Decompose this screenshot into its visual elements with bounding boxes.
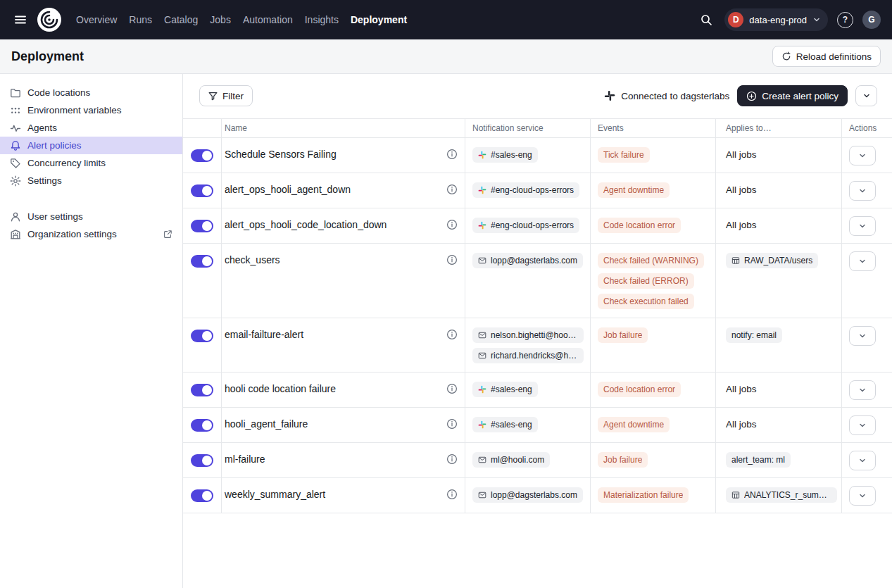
info-icon[interactable] xyxy=(446,149,458,160)
reload-icon xyxy=(781,51,791,61)
info-icon[interactable] xyxy=(446,254,458,265)
notification-label: lopp@dagsterlabs.com xyxy=(491,256,577,265)
row-actions-button[interactable] xyxy=(849,146,876,165)
event-chip: Tick failure xyxy=(598,147,650,163)
search-button[interactable] xyxy=(697,11,715,29)
notification-label: #sales-eng xyxy=(491,150,532,160)
policy-enabled-toggle[interactable] xyxy=(191,220,213,232)
row-actions-button[interactable] xyxy=(849,486,876,506)
search-icon xyxy=(700,13,712,26)
row-actions-button[interactable] xyxy=(849,326,876,346)
policy-enabled-toggle[interactable] xyxy=(191,489,213,502)
event-label: Check failed (WARNING) xyxy=(603,256,698,265)
reload-definitions-button[interactable]: Reload definitions xyxy=(772,46,881,67)
event-label: Code location error xyxy=(603,220,675,230)
applies-to-chip: RAW_DATA/users xyxy=(726,253,818,268)
nav-right-cluster: D data-eng-prod ? G xyxy=(697,8,881,31)
row-actions-button[interactable] xyxy=(849,415,876,435)
policy-enabled-toggle[interactable] xyxy=(191,149,213,162)
row-actions-button[interactable] xyxy=(849,216,876,236)
deployment-badge: D xyxy=(728,12,743,27)
email-icon xyxy=(478,331,486,339)
policy-enabled-toggle[interactable] xyxy=(191,454,213,467)
policy-enabled-toggle[interactable] xyxy=(191,184,213,197)
info-icon[interactable] xyxy=(446,489,458,500)
policy-enabled-toggle[interactable] xyxy=(191,419,213,432)
sidebar-item-settings[interactable]: Settings xyxy=(0,172,182,189)
event-chip: Code location error xyxy=(598,382,681,397)
sidebar-item-code-locations[interactable]: Code locations xyxy=(0,84,182,101)
policy-enabled-toggle[interactable] xyxy=(191,330,213,342)
toolbar: Filter Connected to dagsterlabs Create a… xyxy=(183,74,892,106)
deployment-sidebar: Code locationsEnvironment variablesAgent… xyxy=(0,74,183,588)
sidebar-item-user-settings[interactable]: User settings xyxy=(0,208,182,225)
event-chip: Check execution failed xyxy=(598,294,694,309)
table-row: alert_ops_hooli_code_location_down#eng-c… xyxy=(183,208,892,244)
nav-item-runs[interactable]: Runs xyxy=(129,14,152,25)
info-icon[interactable] xyxy=(446,383,458,394)
hamburger-menu-button[interactable] xyxy=(11,11,30,29)
sidebar-main-group: Code locationsEnvironment variablesAgent… xyxy=(0,84,182,189)
policy-name: weekly_summary_alert xyxy=(225,489,325,500)
sidebar-item-concurrency-limits[interactable]: Concurrency limits xyxy=(0,154,182,172)
row-actions-button[interactable] xyxy=(849,251,876,271)
event-label: Check execution failed xyxy=(603,296,689,306)
notification-label: #sales-eng xyxy=(491,420,532,430)
toggle-knob xyxy=(202,491,212,501)
notification-label: nelson.bighetti@hooli.co… xyxy=(491,330,578,340)
sidebar-item-agents[interactable]: Agents xyxy=(0,119,182,137)
reload-definitions-label: Reload definitions xyxy=(796,51,872,62)
nav-item-automation[interactable]: Automation xyxy=(243,14,293,25)
table-row: hooli_agent_failure#sales-engAgent downt… xyxy=(183,408,892,443)
table-row: hooli code location failure#sales-engCod… xyxy=(183,373,892,408)
table-header-row: NameNotification serviceEventsApplies to… xyxy=(183,118,892,138)
event-chip: Materialization failure xyxy=(598,487,689,503)
info-icon[interactable] xyxy=(446,329,458,340)
sidebar-item-environment-variables[interactable]: Environment variables xyxy=(0,101,182,119)
filter-button[interactable]: Filter xyxy=(199,85,253,106)
table-body: Schedule Sensors Failing#sales-engTick f… xyxy=(183,138,892,513)
sidebar-item-alert-policies[interactable]: Alert policies xyxy=(0,137,182,154)
row-actions-button[interactable] xyxy=(849,451,876,470)
table-row: weekly_summary_alertlopp@dagsterlabs.com… xyxy=(183,478,892,513)
notification-label: richard.hendricks@hooli… xyxy=(491,351,578,361)
notification-label: #sales-eng xyxy=(491,384,532,394)
info-icon[interactable] xyxy=(446,184,458,195)
user-avatar[interactable]: G xyxy=(862,11,881,29)
slack-icon xyxy=(478,186,486,194)
table-row: ml-failureml@hooli.comJob failurealert_t… xyxy=(183,443,892,478)
chevron-down-icon xyxy=(858,386,867,394)
dagster-logo[interactable] xyxy=(37,7,62,32)
info-icon[interactable] xyxy=(446,453,458,465)
notification-chip: #sales-eng xyxy=(472,382,538,397)
toggle-knob xyxy=(202,385,212,395)
policy-name: email-failture-alert xyxy=(225,329,303,340)
main-content: Filter Connected to dagsterlabs Create a… xyxy=(183,74,892,588)
nav-item-catalog[interactable]: Catalog xyxy=(164,14,198,25)
column-header-name: Name xyxy=(221,119,465,137)
nav-item-deployment[interactable]: Deployment xyxy=(351,14,407,25)
nav-item-insights[interactable]: Insights xyxy=(305,14,339,25)
sidebar-item-organization-settings[interactable]: Organization settings xyxy=(0,225,182,243)
notification-label: ml@hooli.com xyxy=(491,455,544,465)
chevron-down-icon xyxy=(862,92,871,100)
info-icon[interactable] xyxy=(446,219,458,230)
help-button[interactable]: ? xyxy=(837,12,853,28)
event-label: Code location error xyxy=(603,384,675,394)
sidebar-secondary-group: User settingsOrganization settings xyxy=(0,208,182,243)
info-icon[interactable] xyxy=(446,418,458,430)
more-actions-button[interactable] xyxy=(855,85,877,106)
column-header-actions: Actions xyxy=(841,119,892,137)
page-title: Deployment xyxy=(11,49,84,64)
policy-enabled-toggle[interactable] xyxy=(191,384,213,396)
policy-enabled-toggle[interactable] xyxy=(191,255,213,268)
deployment-switcher[interactable]: D data-eng-prod xyxy=(724,8,828,31)
chevron-down-icon xyxy=(858,492,867,500)
nav-item-jobs[interactable]: Jobs xyxy=(210,14,231,25)
nav-item-overview[interactable]: Overview xyxy=(76,14,117,25)
sidebar-item-label: User settings xyxy=(27,211,83,222)
row-actions-button[interactable] xyxy=(849,380,876,400)
create-alert-policy-button[interactable]: Create alert policy xyxy=(737,85,848,106)
notification-chip: ml@hooli.com xyxy=(472,452,550,468)
row-actions-button[interactable] xyxy=(849,181,876,201)
